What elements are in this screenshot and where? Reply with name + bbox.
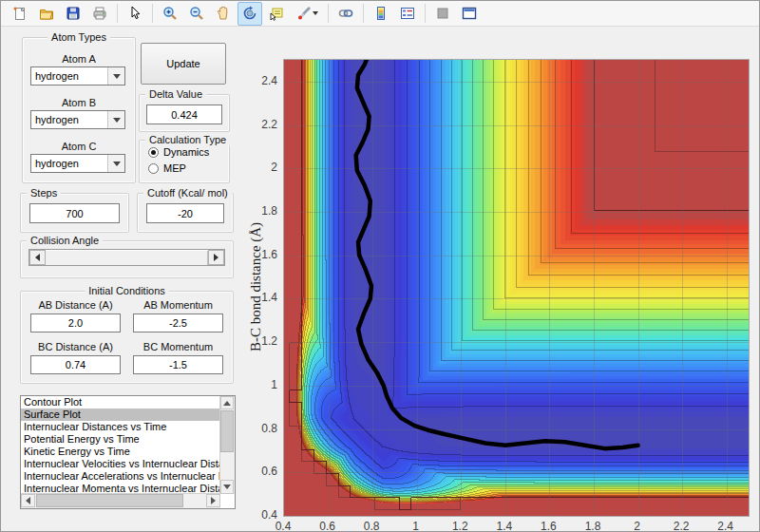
toolbar-open-file[interactable] (34, 2, 59, 26)
toolbar-pan[interactable] (211, 2, 236, 26)
toolbar-print-figure[interactable] (87, 2, 112, 26)
toolbar-brush[interactable] (291, 2, 323, 26)
new-document-icon (12, 6, 28, 21)
y-tick-label: 2.4 (251, 74, 277, 87)
save-floppy-icon (66, 6, 81, 21)
colorbar-icon (373, 6, 389, 21)
rotate-3d-icon (242, 6, 257, 21)
contour-plot-canvas[interactable] (283, 59, 750, 517)
x-tick-label: 1.6 (541, 520, 557, 532)
y-tick-label: 1 (251, 378, 277, 391)
toolbar-edit-plot[interactable] (123, 2, 147, 26)
dock-figure-icon (462, 6, 477, 21)
toolbar-separator (152, 4, 153, 23)
toolbar-insert-legend[interactable] (395, 2, 420, 26)
toolbar-separator (425, 4, 426, 23)
y-tick-label: 1.4 (251, 291, 277, 304)
x-tick-label: 1 (412, 520, 419, 532)
x-tick-label: 0.8 (364, 520, 380, 532)
x-tick-label: 1.2 (452, 520, 468, 532)
data-cursor-icon (269, 6, 284, 21)
toolbar-zoom-out[interactable] (184, 2, 209, 26)
toolbar-separator (363, 4, 364, 23)
toolbar-separator (328, 4, 329, 23)
zoom-out-icon (189, 6, 204, 21)
arrow-cursor-icon (127, 6, 142, 21)
application-window: Atom Types Atom A hydrogen Atom B hydrog… (0, 0, 760, 532)
y-tick-label: 2.2 (251, 118, 277, 131)
toolbar-new-figure[interactable] (8, 2, 32, 26)
brush-dropdown-caret-icon[interactable] (313, 11, 318, 15)
y-tick-label: 1.6 (251, 248, 277, 261)
zoom-in-icon (162, 6, 178, 21)
y-tick-label: 0.4 (251, 508, 277, 522)
x-tick-label: 0.4 (276, 520, 292, 532)
toolbar-save-figure[interactable] (61, 2, 86, 26)
toolbar-rotate-3d[interactable] (238, 2, 262, 26)
toolbar-insert-colorbar[interactable] (369, 2, 393, 26)
printer-icon (92, 6, 107, 21)
x-tick-label: 0.6 (319, 520, 335, 532)
x-tick-label: 2.4 (717, 520, 733, 532)
toolbar-separator (117, 4, 118, 23)
legend-icon (400, 6, 415, 21)
toolbar-link-plot[interactable] (333, 2, 358, 26)
y-tick-label: 1.8 (251, 204, 277, 218)
toolbar-dock-figure[interactable] (457, 2, 482, 26)
x-tick-label: 1.8 (585, 520, 601, 532)
y-tick-label: 1.2 (251, 334, 277, 348)
y-tick-label: 0.8 (251, 422, 277, 435)
hide-plot-tools-icon (435, 6, 450, 21)
x-tick-label: 2.2 (674, 520, 690, 532)
x-tick-label: 1.4 (497, 520, 513, 532)
toolbar-hide-plot-tools[interactable] (430, 2, 455, 26)
hand-pan-icon (216, 6, 231, 21)
toolbar-data-cursor[interactable] (264, 2, 289, 26)
figure-toolbar (1, 1, 759, 27)
y-tick-label: 0.6 (251, 465, 277, 478)
open-folder-icon (39, 6, 54, 21)
y-tick-label: 2 (251, 161, 277, 174)
y-axis-label: B-C bond distance (Å) (248, 222, 264, 352)
link-chain-icon (338, 6, 353, 21)
toolbar-zoom-in[interactable] (158, 2, 182, 26)
plot-area: A-B bond distance (Å) B-C bond distance … (1, 27, 759, 531)
x-tick-label: 2 (634, 520, 640, 532)
brush-icon (296, 6, 312, 21)
